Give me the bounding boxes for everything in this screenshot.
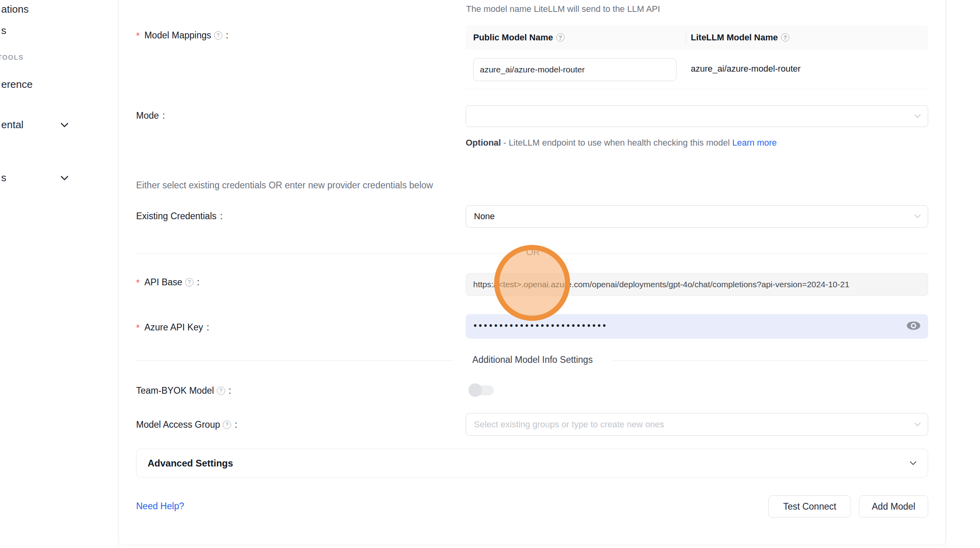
sidebar-item-label: s — [1, 172, 6, 184]
help-question-icon[interactable] — [223, 421, 231, 429]
help-question-icon[interactable] — [185, 278, 193, 286]
model-access-group-select[interactable]: Select existing groups or type to create… — [466, 413, 928, 436]
advanced-settings-label: Advanced Settings — [148, 458, 233, 469]
api-base-label: API Base : — [136, 276, 199, 288]
existing-credentials-label: Existing Credentials: — [136, 210, 223, 222]
model-access-group-placeholder: Select existing groups or type to create… — [474, 419, 664, 430]
sidebar-item-1[interactable]: ations — [1, 3, 28, 15]
sidebar-item-label: s — [1, 25, 6, 36]
help-question-icon[interactable] — [781, 33, 789, 42]
advanced-settings-panel[interactable]: Advanced Settings — [136, 449, 928, 478]
need-help-link[interactable]: Need Help? — [136, 501, 184, 512]
mode-select[interactable] — [466, 105, 928, 127]
help-question-icon[interactable] — [217, 387, 225, 395]
chevron-down-icon — [914, 213, 921, 220]
table-bottom-border — [466, 89, 928, 89]
mode-help-optional: Optional — [466, 138, 501, 148]
team-byok-toggle[interactable] — [469, 385, 494, 396]
table-header-public-model: Public Model Name — [473, 32, 679, 43]
or-divider-text: OR — [519, 247, 547, 258]
sidebar-item-5[interactable]: s — [1, 172, 6, 184]
sidebar-item-3[interactable]: erence — [1, 78, 33, 91]
model-mappings-label: Model Mappings : — [136, 29, 228, 42]
azure-api-key-input[interactable]: •••••••••••••••••••••••••• — [466, 314, 928, 339]
or-divider-line-right — [547, 253, 928, 254]
table-header-row: Public Model Name LiteLLM Model Name — [466, 25, 928, 49]
chevron-down-icon — [914, 113, 921, 119]
table-header-litellm-model: LiteLLM Model Name — [691, 32, 789, 43]
mode-help-body: - LiteLLM endpoint to use when health ch… — [501, 138, 732, 148]
model-access-group-label: Model Access Group : — [136, 418, 237, 431]
label-colon: : — [226, 29, 228, 42]
model-mappings-label-text: Model Mappings — [144, 29, 211, 42]
info-divider-line-right — [612, 360, 928, 361]
sidebar: ations s TOOLS erence ental s — [0, 0, 118, 548]
chevron-down-icon[interactable] — [59, 121, 70, 129]
litellm-model-name-value: azure_ai/azure-model-router — [691, 64, 801, 74]
sidebar-item-4[interactable]: ental — [1, 119, 23, 131]
mode-help-text: Optional - LiteLLM endpoint to use when … — [466, 135, 787, 150]
chevron-down-icon — [909, 460, 917, 467]
add-model-button[interactable]: Add Model — [859, 495, 928, 518]
panel-right-edge — [946, 0, 946, 548]
test-connect-button[interactable]: Test Connect — [768, 495, 851, 518]
mode-label: Mode: — [136, 109, 165, 122]
table-column-divider — [686, 31, 686, 44]
sidebar-item-label: erence — [1, 78, 33, 90]
team-byok-label: Team-BYOK Model : — [136, 384, 231, 397]
help-question-icon[interactable] — [214, 31, 222, 40]
sidebar-section-tools: TOOLS — [0, 54, 24, 62]
add-model-form-page: ations s TOOLS erence ental s The model … — [0, 0, 980, 548]
chevron-down-icon — [914, 421, 921, 428]
masked-api-key-value: •••••••••••••••••••••••••• — [474, 320, 608, 331]
learn-more-link[interactable]: Learn more — [732, 138, 777, 148]
credentials-hint-text: Either select existing credentials OR en… — [136, 180, 433, 191]
public-model-name-input[interactable] — [473, 58, 677, 81]
toggle-knob — [468, 383, 482, 397]
eye-icon[interactable] — [906, 320, 921, 333]
litellm-name-help-text: The model name LiteLLM will send to the … — [466, 4, 660, 14]
chevron-down-icon[interactable] — [59, 174, 70, 182]
sidebar-item-label: ations — [1, 3, 28, 15]
api-base-input[interactable]: https://<test>.openai.azure.com/openai/d… — [466, 273, 928, 296]
api-base-value: https://<test>.openai.azure.com/openai/d… — [473, 280, 849, 289]
or-divider-line-left — [136, 253, 519, 254]
existing-credentials-value: None — [474, 211, 495, 222]
sidebar-item-label: ental — [1, 119, 23, 131]
azure-api-key-label: Azure API Key: — [136, 321, 209, 334]
help-question-icon[interactable] — [556, 33, 565, 42]
info-divider-text: Additional Model Info Settings — [453, 355, 612, 365]
model-mappings-table: Public Model Name LiteLLM Model Name azu… — [466, 25, 928, 89]
info-divider-line-left — [136, 360, 453, 361]
existing-credentials-select[interactable]: None — [466, 205, 928, 228]
sidebar-item-2[interactable]: s — [1, 25, 6, 37]
